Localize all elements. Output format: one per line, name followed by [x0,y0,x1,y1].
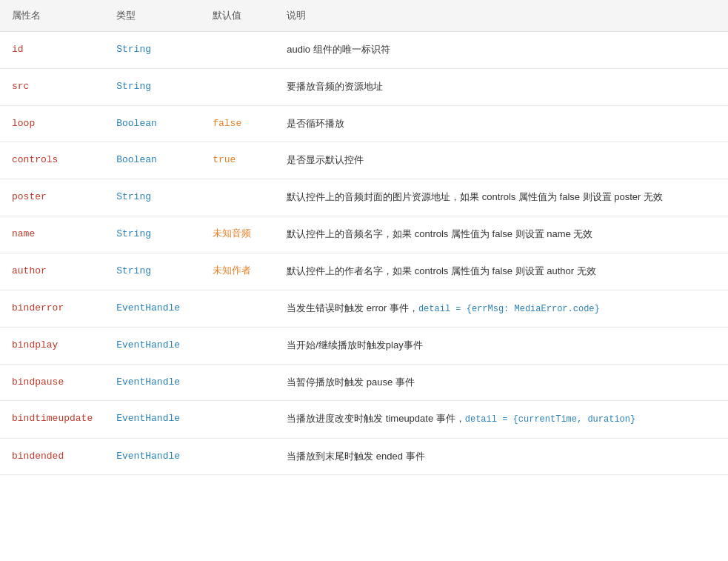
cell-name: poster [0,179,104,216]
table-row: bindtimeupdateEventHandle当播放进度改变时触发 time… [0,401,728,438]
cell-desc: audio 组件的唯一标识符 [275,32,728,69]
cell-desc: 当播放到末尾时触发 ended 事件 [275,438,728,475]
table-row: authorString未知作者默认控件上的作者名字，如果 controls 属… [0,253,728,290]
cell-type: String [104,68,201,105]
cell-desc: 默认控件上的音频封面的图片资源地址，如果 controls 属性值为 false… [275,179,728,216]
cell-name: bindplay [0,327,104,364]
header-name: 属性名 [0,0,104,32]
cell-default [201,290,275,327]
cell-default [201,327,275,364]
header-type: 类型 [104,0,201,32]
cell-type: EventHandle [104,401,201,438]
cell-desc: 当播放进度改变时触发 timeupdate 事件，detail = {curre… [275,401,728,438]
header-desc: 说明 [275,0,728,32]
table-row: idStringaudio 组件的唯一标识符 [0,32,728,69]
table-header-row: 属性名 类型 默认值 说明 [0,0,728,32]
cell-default: 未知音频 [201,216,275,253]
cell-type: EventHandle [104,327,201,364]
cell-default: false [201,105,275,142]
cell-default: 未知作者 [201,253,275,290]
table-row: bindpauseEventHandle当暂停播放时触发 pause 事件 [0,364,728,401]
cell-desc: 是否显示默认控件 [275,142,728,179]
table-row: controlsBooleantrue是否显示默认控件 [0,142,728,179]
cell-name: loop [0,105,104,142]
cell-name: controls [0,142,104,179]
cell-name: src [0,68,104,105]
cell-type: EventHandle [104,438,201,475]
cell-default [201,364,275,401]
cell-desc: 是否循环播放 [275,105,728,142]
table-row: loopBooleanfalse是否循环播放 [0,105,728,142]
cell-desc: 当暂停播放时触发 pause 事件 [275,364,728,401]
cell-name: binderror [0,290,104,327]
cell-default [201,179,275,216]
cell-name: name [0,216,104,253]
cell-desc: 当发生错误时触发 error 事件，detail = {errMsg: Medi… [275,290,728,327]
cell-name: bindtimeupdate [0,401,104,438]
table-row: bindendedEventHandle当播放到末尾时触发 ended 事件 [0,438,728,475]
cell-type: String [104,32,201,69]
cell-desc: 默认控件上的音频名字，如果 controls 属性值为 false 则设置 na… [275,216,728,253]
table-row: binderrorEventHandle当发生错误时触发 error 事件，de… [0,290,728,327]
table-row: posterString默认控件上的音频封面的图片资源地址，如果 control… [0,179,728,216]
table-row: nameString未知音频默认控件上的音频名字，如果 controls 属性值… [0,216,728,253]
cell-default [201,438,275,475]
table-row: bindplayEventHandle当开始/继续播放时触发play事件 [0,327,728,364]
cell-type: Boolean [104,142,201,179]
cell-type: EventHandle [104,364,201,401]
cell-name: id [0,32,104,69]
cell-name: bindended [0,438,104,475]
cell-desc: 要播放音频的资源地址 [275,68,728,105]
cell-type: EventHandle [104,290,201,327]
api-table: 属性名 类型 默认值 说明 idStringaudio 组件的唯一标识符srcS… [0,0,728,475]
cell-default [201,68,275,105]
cell-default [201,401,275,438]
header-default: 默认值 [201,0,275,32]
cell-name: bindpause [0,364,104,401]
cell-type: String [104,179,201,216]
cell-desc: 默认控件上的作者名字，如果 controls 属性值为 false 则设置 au… [275,253,728,290]
cell-type: String [104,253,201,290]
table-row: srcString要播放音频的资源地址 [0,68,728,105]
cell-type: String [104,216,201,253]
cell-desc: 当开始/继续播放时触发play事件 [275,327,728,364]
cell-default: true [201,142,275,179]
cell-default [201,32,275,69]
cell-type: Boolean [104,105,201,142]
cell-name: author [0,253,104,290]
